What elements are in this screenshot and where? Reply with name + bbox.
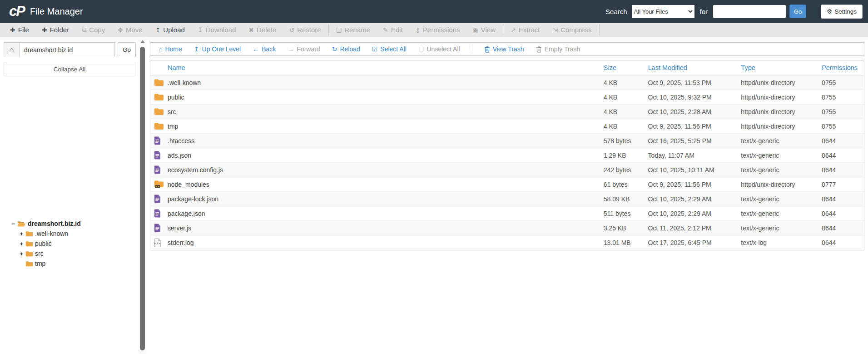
- table-row[interactable]: ads.json1.29 KBToday, 11:07 AMtext/x-gen…: [150, 148, 864, 163]
- file-permissions: 0777: [822, 181, 864, 188]
- toolbar-button-view[interactable]: ◉View: [466, 23, 502, 37]
- toolbar-button-edit[interactable]: ✎Edit: [377, 23, 409, 37]
- nav-link-reload[interactable]: ↻Reload: [332, 45, 360, 53]
- toolbar-button-label: Download: [206, 26, 236, 34]
- toolbar-button-rename[interactable]: ❏Rename: [330, 23, 377, 37]
- table-row[interactable]: .htaccess578 bytesOct 16, 2025, 5:25 PMt…: [150, 134, 864, 148]
- scrollbar-thumb[interactable]: [140, 47, 145, 350]
- home-directory-button[interactable]: ⌂: [4, 42, 19, 57]
- file-name-cell: node_modules: [150, 180, 604, 189]
- file-size: 4 KB: [604, 79, 648, 86]
- file-permissions: 0644: [822, 239, 864, 246]
- scrollbar-up-arrow-icon[interactable]: [140, 40, 145, 43]
- toolbar-button-compress[interactable]: ⇲Compress: [546, 23, 598, 37]
- collapse-all-button[interactable]: Collapse All: [4, 62, 135, 76]
- settings-button[interactable]: ⚙ Settings: [821, 5, 863, 19]
- column-header-last-modified[interactable]: Last Modified: [648, 64, 741, 71]
- file-modified: Oct 16, 2025, 5:25 PM: [648, 137, 741, 145]
- toolbar-button-upload[interactable]: ↥Upload: [149, 23, 191, 37]
- table-row[interactable]: package-lock.json58.09 KBOct 10, 2025, 2…: [150, 192, 864, 206]
- column-header-name[interactable]: Name: [150, 64, 604, 71]
- move-icon: ✥: [118, 26, 123, 34]
- toolbar-button-label: Extract: [519, 26, 540, 34]
- tree-expander-icon[interactable]: +: [18, 240, 25, 247]
- file-modified: Oct 10, 2025, 2:28 AM: [648, 108, 741, 115]
- table-row[interactable]: node_modules61 bytesOct 9, 2025, 11:56 P…: [150, 177, 864, 192]
- tree-item-public[interactable]: +public: [0, 239, 136, 249]
- settings-label: Settings: [834, 8, 857, 15]
- file-table: NameSizeLast ModifiedTypePermissions .we…: [150, 60, 864, 250]
- path-go-button[interactable]: Go: [118, 42, 136, 57]
- sidebar: ⌂ Go Collapse All −dreamshort.biz.id+.we…: [0, 38, 136, 354]
- toolbar-button-download[interactable]: ↧Download: [191, 23, 242, 37]
- column-header-permissions[interactable]: Permissions: [822, 64, 864, 71]
- table-row[interactable]: ecosystem.config.js242 bytesOct 10, 2025…: [150, 163, 864, 177]
- tree-item-.well-known[interactable]: +.well-known: [0, 229, 136, 239]
- toolbar-button-move[interactable]: ✥Move: [111, 23, 149, 37]
- tree-item-src[interactable]: +src: [0, 249, 136, 259]
- file-type: httpd/unix-directory: [741, 108, 822, 115]
- file-size: 4 KB: [604, 123, 648, 130]
- edit-icon: ✎: [383, 26, 388, 34]
- rename-icon: ❏: [336, 26, 342, 34]
- toolbar-button-delete[interactable]: ✖Delete: [242, 23, 283, 37]
- nav-link-empty-trash[interactable]: Empty Trash: [536, 45, 580, 53]
- tree-expander-icon[interactable]: +: [18, 230, 25, 237]
- nav-link-label: Forward: [297, 45, 320, 53]
- cpanel-logo: cP: [9, 3, 25, 20]
- nav-link-label: Back: [262, 45, 276, 53]
- search-go-button[interactable]: Go: [789, 5, 806, 18]
- closed-folder-icon: [25, 251, 33, 257]
- copy-icon: ⧉: [82, 26, 86, 34]
- nav-link-select-all[interactable]: ☑Select All: [372, 45, 407, 53]
- file-name: node_modules: [168, 181, 209, 188]
- file-modified: Today, 11:07 AM: [648, 152, 741, 159]
- file-name-cell: package.json: [150, 209, 604, 218]
- tree-expander-icon[interactable]: −: [10, 220, 16, 227]
- nav-link-up-one-level[interactable]: ↥Up One Level: [194, 45, 241, 53]
- toolbar-button-permissions[interactable]: ⚷Permissions: [409, 23, 466, 37]
- toolbar-button-copy[interactable]: ⧉Copy: [75, 23, 111, 37]
- table-row[interactable]: src4 KBOct 10, 2025, 2:28 AMhttpd/unix-d…: [150, 105, 864, 119]
- tree-item-tmp[interactable]: tmp: [0, 259, 136, 269]
- nav-link-unselect-all[interactable]: ☐Unselect All: [418, 45, 460, 53]
- file-modified: Oct 10, 2025, 2:29 AM: [648, 210, 741, 217]
- path-input[interactable]: [19, 42, 115, 57]
- open-folder-icon: [17, 221, 25, 227]
- tree-item-dreamshort.biz.id[interactable]: −dreamshort.biz.id: [0, 219, 136, 229]
- search-scope-select[interactable]: All Your Files: [632, 5, 694, 18]
- file-name: tmp: [168, 123, 178, 130]
- table-row[interactable]: public4 KBOct 10, 2025, 9:32 PMhttpd/uni…: [150, 90, 864, 105]
- toolbar-separator: [328, 25, 329, 35]
- file-size: 511 bytes: [604, 210, 648, 217]
- document-icon: [154, 224, 168, 232]
- file-name-cell: .htaccess: [150, 136, 604, 145]
- table-row[interactable]: </>stderr.log13.01 MBOct 17, 2025, 6:45 …: [150, 235, 864, 250]
- table-row[interactable]: tmp4 KBOct 9, 2025, 11:56 PMhttpd/unix-d…: [150, 119, 864, 134]
- nav-link-back[interactable]: ←Back: [253, 45, 276, 53]
- toolbar-button-folder[interactable]: ✚Folder: [35, 23, 75, 37]
- column-header-size[interactable]: Size: [604, 64, 648, 71]
- nav-link-view-trash[interactable]: View Trash: [484, 45, 524, 53]
- checkbox-checked-icon: ☑: [372, 45, 378, 53]
- toolbar-button-extract[interactable]: ↗Extract: [504, 23, 546, 37]
- nav-link-label: Reload: [340, 45, 360, 53]
- toolbar-button-restore[interactable]: ↺Restore: [283, 23, 327, 37]
- table-row[interactable]: .well-known4 KBOct 9, 2025, 11:53 PMhttp…: [150, 75, 864, 90]
- table-row[interactable]: package.json511 bytesOct 10, 2025, 2:29 …: [150, 206, 864, 221]
- toolbar-button-file[interactable]: ✚File: [4, 23, 35, 37]
- table-row[interactable]: server.js3.25 KBOct 11, 2025, 2:12 PMtex…: [150, 221, 864, 235]
- file-modified: Oct 9, 2025, 11:56 PM: [648, 123, 741, 130]
- file-size: 13.01 MB: [604, 239, 648, 246]
- file-name-cell: public: [150, 93, 604, 101]
- nav-link-forward[interactable]: →Forward: [288, 45, 320, 53]
- vertical-scrollbar[interactable]: [139, 39, 147, 354]
- log-file-icon: </>: [154, 239, 168, 247]
- search-input[interactable]: [713, 5, 786, 18]
- tree-expander-icon[interactable]: +: [18, 250, 25, 257]
- file-modified: Oct 10, 2025, 9:32 PM: [648, 94, 741, 101]
- column-header-type[interactable]: Type: [741, 64, 822, 71]
- file-name: src: [168, 108, 176, 115]
- folder-icon: [154, 108, 168, 115]
- nav-link-home[interactable]: ⌂Home: [159, 45, 182, 53]
